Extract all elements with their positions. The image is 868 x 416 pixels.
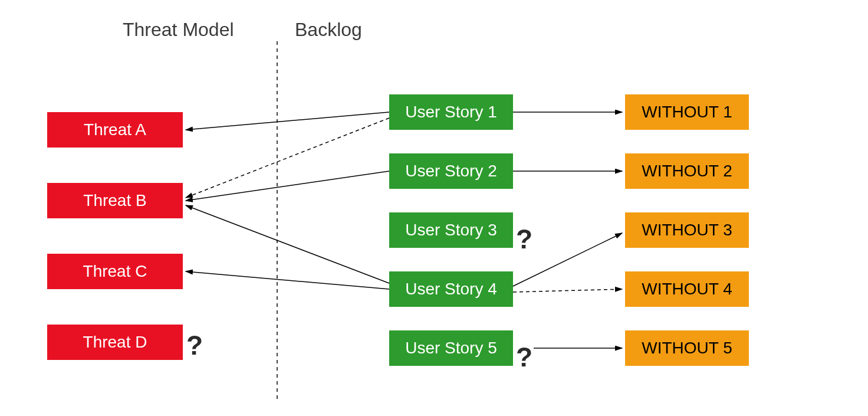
- user-story-3-box: User Story 3: [389, 212, 513, 248]
- without-5-box: WITHOUT 5: [625, 330, 749, 366]
- threat-d-label: Threat D: [83, 333, 147, 352]
- threat-b-label: Threat B: [83, 191, 146, 210]
- without-1-box: WITHOUT 1: [625, 94, 749, 130]
- threat-c-box: Threat C: [47, 254, 183, 289]
- without-4-box: WITHOUT 4: [625, 271, 749, 307]
- without-3-label: WITHOUT 3: [642, 221, 732, 240]
- without-2-box: WITHOUT 2: [625, 153, 749, 189]
- user-story-1-label: User Story 1: [405, 103, 497, 122]
- user-story-4-box: User Story 4: [389, 271, 513, 307]
- user-story-3-question-icon: ?: [516, 223, 532, 255]
- threat-d-question-icon: ?: [186, 329, 203, 361]
- user-story-3-label: User Story 3: [405, 221, 497, 240]
- without-3-box: WITHOUT 3: [625, 212, 749, 248]
- threat-d-box: Threat D: [47, 325, 183, 360]
- without-5-label: WITHOUT 5: [642, 339, 732, 358]
- heading-backlog: Backlog: [295, 19, 362, 41]
- user-story-2-box: User Story 2: [389, 153, 513, 189]
- user-story-5-label: User Story 5: [405, 339, 497, 358]
- edge-story2-threatB: [186, 171, 389, 201]
- user-story-2-label: User Story 2: [405, 162, 497, 181]
- edge-story4-threatB: [186, 205, 389, 283]
- user-story-5-question-icon: ?: [516, 341, 532, 373]
- without-4-label: WITHOUT 4: [642, 280, 732, 299]
- threat-a-box: Threat A: [47, 112, 183, 148]
- user-story-4-label: User Story 4: [405, 280, 497, 299]
- edge-story1-threatB: [186, 118, 389, 198]
- threat-c-label: Threat C: [83, 262, 147, 281]
- threat-a-label: Threat A: [84, 120, 146, 139]
- threat-b-box: Threat B: [47, 183, 183, 218]
- user-story-5-box: User Story 5: [389, 330, 513, 366]
- edge-story4-threatC: [186, 271, 389, 289]
- edge-story4-without4: [513, 289, 622, 292]
- diagram-stage: Threat Model Backlog Threat A Threat B T…: [0, 0, 868, 416]
- without-1-label: WITHOUT 1: [642, 103, 732, 122]
- without-2-label: WITHOUT 2: [642, 162, 732, 181]
- edge-story1-threatA: [186, 112, 389, 130]
- heading-threat-model: Threat Model: [123, 19, 234, 41]
- user-story-1-box: User Story 1: [389, 94, 513, 130]
